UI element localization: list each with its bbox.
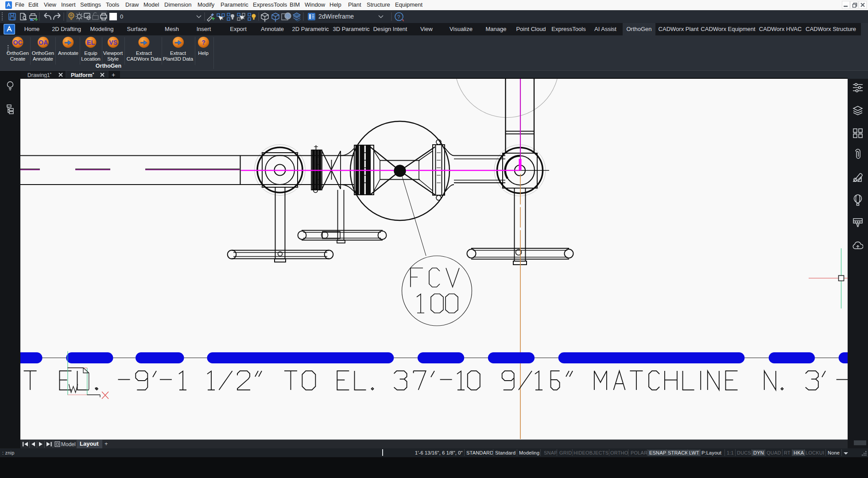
svg-text:VS: VS <box>109 39 117 46</box>
svg-text:?: ? <box>397 14 400 20</box>
svg-text:OA: OA <box>39 39 48 46</box>
svg-text:0: 0 <box>120 13 123 20</box>
svg-text:EL: EL <box>87 39 95 46</box>
svg-text:?: ? <box>202 39 205 46</box>
svg-text:2dWireframe: 2dWireframe <box>318 13 354 20</box>
svg-text:OC: OC <box>13 39 23 46</box>
